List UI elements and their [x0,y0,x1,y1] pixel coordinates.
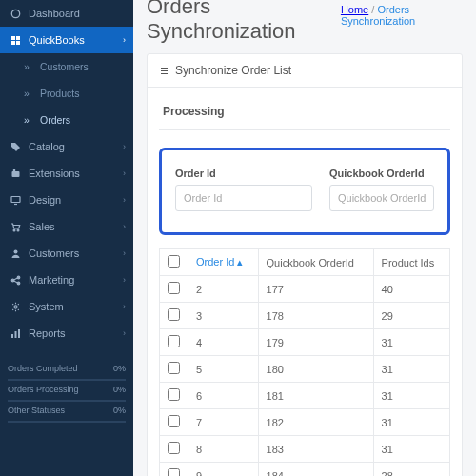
svg-rect-16 [14,331,16,338]
sidebar-item-label: Marketing [29,274,74,286]
table-row: 317829 [160,303,450,329]
monitor-icon [10,195,21,206]
chevron-right-icon: › [123,302,126,311]
chevron-right-icon: › [123,248,126,258]
sidebar-item-label: Dashboard [29,8,80,19]
row-checkbox[interactable] [168,308,180,321]
cell-quickbook-orderid: 177 [258,276,373,303]
panel-header: Synchronize Order List [148,54,462,88]
table-row: 618131 [160,383,450,409]
stat-label: Orders Completed [8,364,78,373]
sidebar-item-marketing[interactable]: Marketing › [0,267,133,293]
stat-other-statuses: Other Statuses 0% [8,402,126,419]
th-product-ids[interactable]: Product Ids [373,249,449,276]
sidebar-item-extensions[interactable]: Extensions › [0,160,133,187]
page-header: Orders Synchronization Home / Orders Syn… [147,0,463,53]
row-checkbox[interactable] [168,282,180,294]
panel: Synchronize Order List Processing Order … [147,53,463,476]
sidebar-item-label: Extensions [29,168,80,179]
svg-rect-7 [11,196,20,202]
sidebar-item-label: Sales [29,221,55,232]
cell-product-ids: 29 [373,303,449,329]
main: Orders Synchronization Home / Orders Syn… [133,0,476,476]
stat-value: 0% [113,406,126,415]
svg-rect-5 [11,171,19,177]
filter-order-id: Order Id [175,168,312,211]
cell-order-id: 9 [188,463,259,477]
chart-icon [10,328,21,339]
th-quickbook-orderid[interactable]: Quickbook OrderId [258,249,373,276]
row-checkbox[interactable] [168,442,180,454]
sidebar-item-label: Customers [40,61,89,72]
filter-qb-order-id: Quickbook OrderId [329,168,434,211]
svg-point-8 [13,229,15,231]
cell-order-id: 4 [188,329,259,356]
stat-value: 0% [113,385,126,394]
sidebar-item-label: Products [40,88,79,99]
cell-order-id: 8 [188,436,259,463]
breadcrumb: Home / Orders Synchronization [341,4,463,27]
tab-processing[interactable]: Processing [159,99,228,129]
cell-quickbook-orderid: 182 [258,409,373,436]
table-row: 217740 [160,276,450,303]
sidebar-sub-products[interactable]: » Products [0,80,133,107]
row-checkbox[interactable] [168,335,180,347]
cell-order-id: 6 [188,383,259,409]
cell-order-id: 3 [188,303,259,329]
svg-rect-15 [11,334,13,338]
th-order-id[interactable]: Order Id ▴ [188,249,259,276]
stat-label: Other Statuses [8,406,65,415]
crumb-home[interactable]: Home [341,4,368,15]
sidebar-item-design[interactable]: Design › [0,187,133,213]
tags-icon [10,142,21,152]
cell-order-id: 7 [188,409,259,436]
stat-label: Orders Processing [8,385,79,394]
row-checkbox[interactable] [168,415,180,427]
cell-quickbook-orderid: 181 [258,383,373,409]
user-icon [10,248,21,259]
filter-label-order-id: Order Id [175,168,312,179]
table-row: 518031 [160,356,450,383]
row-checkbox[interactable] [168,468,180,476]
sidebar-item-label: Design [29,194,61,206]
sidebar-item-label: Orders [40,114,70,126]
select-all-checkbox[interactable] [168,255,180,268]
cell-product-ids: 28 [373,463,449,477]
sidebar-stats: Orders Completed 0% Orders Processing 0%… [8,360,126,423]
qb-order-id-input[interactable] [329,185,434,211]
order-id-input[interactable] [175,185,312,211]
sidebar-item-system[interactable]: System › [0,293,133,320]
chevron-right-icon: › [123,275,126,285]
cell-quickbook-orderid: 180 [258,356,373,383]
sidebar-item-catalog[interactable]: Catalog › [0,133,133,160]
sidebar-item-customers[interactable]: Customers › [0,240,133,267]
cell-product-ids: 31 [373,356,449,383]
sidebar-item-quickbooks[interactable]: QuickBooks › [0,27,133,53]
stat-bar [8,421,126,423]
orders-table: Order Id ▴ Quickbook OrderId Product Ids… [159,248,450,476]
table-row: 918428 [160,463,450,477]
stat-value: 0% [113,364,126,373]
sidebar-item-reports[interactable]: Reports › [0,320,133,347]
sidebar-sub-customers[interactable]: » Customers [0,53,133,80]
cell-product-ids: 40 [373,276,449,303]
chevron-right-icon: › [123,142,126,151]
cell-product-ids: 31 [373,329,449,356]
filter-label-qb-order-id: Quickbook OrderId [329,168,434,179]
sidebar-sub-orders[interactable]: » Orders [0,107,133,133]
row-checkbox[interactable] [168,388,180,401]
chevron-right-icon: › [123,35,126,45]
cell-quickbook-orderid: 184 [258,463,373,477]
stat-orders-completed: Orders Completed 0% [8,360,126,377]
chevron-right-icon: › [123,222,126,231]
puzzle-icon [10,169,21,179]
double-chevron-icon: » [21,114,32,126]
svg-point-10 [13,249,17,253]
cell-product-ids: 31 [373,383,449,409]
svg-point-14 [13,305,16,307]
row-checkbox[interactable] [168,362,180,374]
filter-box: Order Id Quickbook OrderId [159,148,450,235]
sidebar-item-sales[interactable]: Sales › [0,213,133,240]
sidebar-item-dashboard[interactable]: Dashboard [0,0,133,27]
cell-quickbook-orderid: 183 [258,436,373,463]
